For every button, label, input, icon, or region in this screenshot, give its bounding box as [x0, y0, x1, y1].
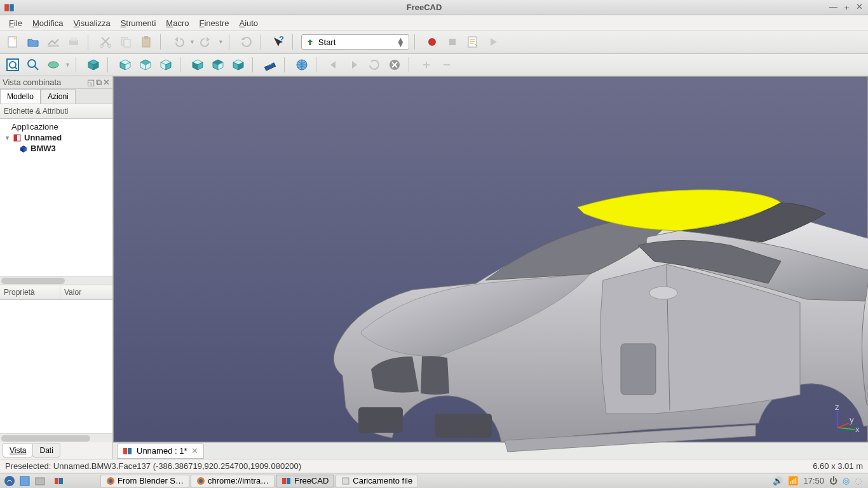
nav-forward-button[interactable] — [345, 56, 363, 74]
new-button[interactable] — [4, 33, 22, 51]
tree-document[interactable]: ▾ Unnamed — [1, 132, 111, 143]
panel-detach-button[interactable]: ⧉ — [96, 78, 102, 88]
view-top-button[interactable] — [137, 56, 154, 74]
panel-close-button[interactable]: ✕ — [103, 78, 110, 88]
wifi-icon[interactable]: 📶 — [788, 476, 798, 485]
tab-model[interactable]: Modello — [0, 89, 41, 104]
macro-record-button[interactable] — [423, 33, 441, 51]
volume-icon[interactable]: 🔊 — [773, 476, 783, 485]
view-bottom-button[interactable] — [209, 56, 227, 74]
cut-button[interactable] — [97, 33, 114, 51]
3d-viewport[interactable]: z x y — [113, 76, 868, 442]
svg-rect-20 — [449, 39, 456, 45]
save-button[interactable] — [44, 33, 62, 51]
refresh-button[interactable] — [238, 33, 255, 51]
close-button[interactable]: ✕ — [856, 2, 863, 13]
nav-back-button[interactable] — [325, 56, 342, 74]
toolbar-view: ▼ — [0, 53, 868, 76]
svg-text:y: y — [850, 415, 854, 424]
taskbar-item-firefox1[interactable]: From Blender S… — [100, 475, 189, 487]
props-h-scrollbar[interactable] — [0, 433, 112, 442]
file-manager-button[interactable] — [33, 475, 47, 487]
minimize-button[interactable]: — — [829, 2, 837, 13]
taskbar-item-firefox2[interactable]: chrome://imtra… — [191, 475, 275, 487]
open-button[interactable] — [24, 33, 42, 51]
macro-stop-button[interactable] — [444, 33, 461, 51]
panel-title: Vista combinata — [3, 78, 61, 87]
view-right-button[interactable] — [157, 56, 175, 74]
macro-play-button[interactable] — [484, 33, 502, 51]
view-left-button[interactable] — [229, 56, 247, 74]
paste-button[interactable] — [137, 33, 155, 51]
window-title: FreeCAD — [19, 3, 829, 12]
nav-stop-button[interactable] — [386, 56, 403, 74]
menu-help[interactable]: Aiuto — [235, 17, 262, 29]
whats-this-button[interactable]: ? — [269, 33, 287, 51]
svg-rect-5 — [69, 40, 78, 45]
tree-root[interactable]: Applicazione — [1, 121, 111, 132]
model-tree[interactable]: Applicazione ▾ Unnamed BMW3 — [0, 119, 112, 276]
tree-item-bmw3[interactable]: BMW3 — [1, 143, 111, 154]
tree-h-scrollbar[interactable] — [0, 276, 112, 285]
zoom-out-button[interactable] — [438, 56, 456, 74]
view-front-button[interactable] — [116, 56, 134, 74]
nav-refresh-button[interactable] — [365, 56, 383, 74]
axis-indicator: z x y — [831, 405, 860, 434]
print-button[interactable] — [65, 33, 83, 51]
property-list[interactable] — [0, 300, 112, 433]
tab-view[interactable]: Vista — [3, 444, 33, 458]
menu-macro[interactable]: Macro — [162, 17, 193, 29]
macro-list-button[interactable] — [464, 33, 482, 51]
undo-dropdown-icon[interactable]: ▼ — [189, 39, 195, 45]
zoom-in-button[interactable] — [417, 56, 435, 74]
svg-marker-22 — [491, 38, 497, 46]
view-rear-button[interactable] — [189, 56, 207, 74]
tab-data[interactable]: Dati — [32, 444, 60, 458]
copy-button[interactable] — [117, 33, 135, 51]
svg-point-75 — [4, 476, 15, 486]
workbench-selector[interactable]: Start ▲▼ — [301, 34, 409, 50]
menu-view[interactable]: Visualizza — [69, 17, 114, 29]
redo-dropdown-icon[interactable]: ▼ — [218, 39, 224, 45]
props-col-value: Valor — [60, 285, 85, 299]
power-icon[interactable]: ⏻ — [829, 476, 837, 485]
web-button[interactable] — [293, 56, 311, 74]
svg-rect-11 — [142, 37, 150, 47]
svg-text:x: x — [855, 424, 860, 434]
svg-marker-56 — [352, 61, 357, 69]
show-desktop-button[interactable] — [18, 475, 32, 487]
svg-line-68 — [837, 428, 855, 430]
document-tab-unnamed[interactable]: Unnamed : 1* ✕ — [117, 444, 204, 459]
maximize-button[interactable]: ＋ — [843, 2, 851, 13]
freecad-launcher-button[interactable] — [52, 475, 66, 487]
telegram-icon[interactable]: ◎ — [843, 476, 850, 485]
system-tray: 🔊 📶 17:50 ⏻ ◎ ◌ — [773, 476, 865, 485]
panel-float-button[interactable]: ◱ — [87, 78, 95, 88]
activity-icon[interactable]: ◌ — [855, 476, 862, 485]
clock[interactable]: 17:50 — [803, 476, 824, 485]
status-message: Preselected: Unnamed.BMW3.Face137 (-386.… — [5, 461, 301, 471]
model-bmw3 — [323, 179, 868, 477]
close-icon[interactable]: ✕ — [191, 446, 198, 456]
svg-rect-79 — [59, 478, 63, 484]
props-header: Proprietà Valor — [0, 285, 112, 300]
undo-button[interactable] — [169, 33, 187, 51]
menu-file[interactable]: File — [5, 17, 26, 29]
fit-selection-button[interactable] — [24, 56, 42, 74]
fit-all-button[interactable] — [4, 56, 22, 74]
view-isometric-button[interactable] — [85, 56, 102, 74]
menu-windows[interactable]: Finestre — [195, 17, 233, 29]
measure-button[interactable] — [261, 56, 279, 74]
menu-tools[interactable]: Strumenti — [117, 17, 160, 29]
svg-rect-66 — [621, 344, 656, 395]
draw-style-button[interactable] — [44, 56, 62, 74]
start-menu-button[interactable] — [3, 475, 17, 487]
tab-actions[interactable]: Azioni — [41, 89, 76, 104]
svg-marker-17 — [308, 39, 313, 42]
menu-edit[interactable]: Modifica — [29, 17, 67, 29]
workbench-label: Start — [318, 37, 336, 47]
svg-rect-0 — [4, 4, 9, 11]
draw-style-dropdown-icon[interactable]: ▼ — [65, 62, 71, 68]
redo-button[interactable] — [198, 33, 215, 51]
svg-rect-59 — [14, 135, 17, 141]
